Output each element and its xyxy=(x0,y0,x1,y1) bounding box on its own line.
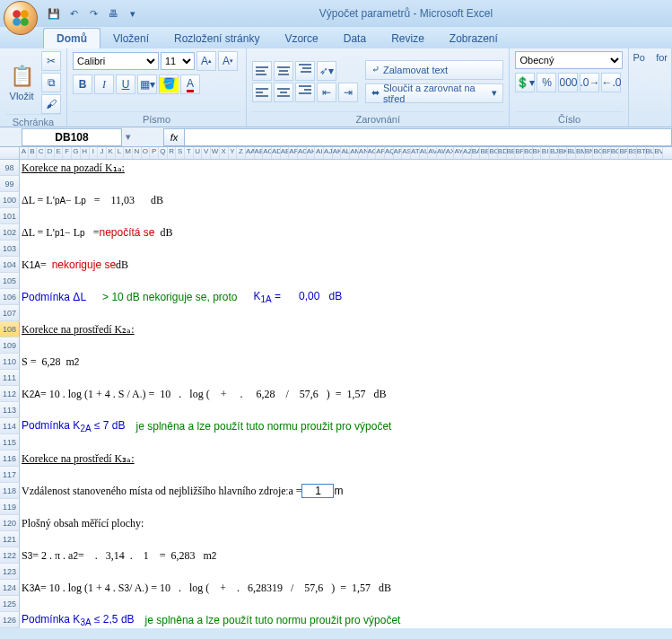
grow-font-button[interactable]: A▴ xyxy=(196,51,216,71)
tab-zobrazení[interactable]: Zobrazení xyxy=(437,29,511,48)
row-content[interactable] xyxy=(20,499,672,515)
redo-icon[interactable]: ↷ xyxy=(86,6,100,21)
col-header[interactable]: AE xyxy=(281,147,290,159)
font-name-combo[interactable]: Calibri xyxy=(73,52,159,70)
row-header[interactable]: 115 xyxy=(0,434,20,451)
row-content[interactable]: Podmínka K3A ≤ 2,5 dB je splněna a lze p… xyxy=(20,612,672,628)
col-header[interactable]: X xyxy=(220,147,229,159)
col-header[interactable]: O xyxy=(142,147,151,159)
align-left-button[interactable] xyxy=(252,83,272,102)
col-header[interactable]: AA xyxy=(246,147,255,159)
col-header[interactable]: AC xyxy=(263,147,272,159)
col-header[interactable]: Z xyxy=(237,147,246,159)
row-content[interactable] xyxy=(20,434,672,451)
col-header[interactable]: BI xyxy=(541,147,550,159)
col-header[interactable]: AN xyxy=(359,147,368,159)
row-content[interactable] xyxy=(20,402,672,418)
col-header[interactable]: AS xyxy=(402,147,411,159)
row-header[interactable]: 98 xyxy=(0,160,20,176)
col-header[interactable]: B xyxy=(29,147,38,159)
row-header[interactable]: 124 xyxy=(0,580,20,596)
underline-button[interactable]: U xyxy=(116,74,135,94)
col-header[interactable]: BM xyxy=(576,147,585,159)
row-content[interactable] xyxy=(20,467,672,483)
col-header[interactable]: W xyxy=(211,147,220,159)
col-header[interactable]: U xyxy=(194,147,203,159)
row-header[interactable]: 104 xyxy=(0,257,20,273)
col-header[interactable]: AH xyxy=(307,147,316,159)
increase-decimal-button[interactable]: .0→ xyxy=(580,73,599,92)
col-header[interactable]: H xyxy=(81,147,90,159)
align-top-button[interactable] xyxy=(252,61,272,81)
col-header[interactable]: AT xyxy=(411,147,420,159)
font-color-button[interactable]: A xyxy=(180,74,200,94)
col-header[interactable]: R xyxy=(168,147,177,159)
tab-vložení[interactable]: Vložení xyxy=(100,29,161,48)
row-content[interactable]: S3 = 2 . π . a2 = . 3,14 . 1 = 6,283 m2 xyxy=(20,547,672,564)
row-content[interactable] xyxy=(20,305,672,321)
tab-domů[interactable]: Domů xyxy=(43,28,100,48)
row-header[interactable]: 117 xyxy=(0,467,20,483)
col-header[interactable]: AW xyxy=(437,147,446,159)
row-content[interactable] xyxy=(20,208,672,224)
undo-icon[interactable]: ↶ xyxy=(66,6,81,21)
col-header[interactable]: D xyxy=(46,147,55,159)
col-header[interactable]: E xyxy=(55,147,64,159)
col-header[interactable]: AQ xyxy=(385,147,394,159)
tab-data[interactable]: Data xyxy=(331,29,379,48)
align-center-button[interactable] xyxy=(274,83,293,102)
col-header[interactable]: C xyxy=(37,147,46,159)
qat-dropdown-icon[interactable]: ▾ xyxy=(126,6,140,21)
row-header[interactable]: 121 xyxy=(0,531,20,547)
col-header[interactable]: Q xyxy=(159,147,168,159)
col-header[interactable]: I xyxy=(90,147,99,159)
distance-input[interactable] xyxy=(301,484,334,498)
col-header[interactable]: BR xyxy=(619,147,628,159)
col-header[interactable]: AM xyxy=(350,147,359,159)
col-header[interactable]: K xyxy=(107,147,116,159)
row-header[interactable]: 99 xyxy=(0,176,20,192)
row-content[interactable] xyxy=(20,176,672,192)
sheet[interactable]: 98Korekce na pozadí K₁ₐ:99100ΔL = L'pA −… xyxy=(0,160,672,628)
col-header[interactable]: T xyxy=(185,147,194,159)
row-header[interactable]: 126 xyxy=(0,612,20,628)
col-header[interactable]: BE xyxy=(507,147,516,159)
row-content[interactable] xyxy=(20,273,672,289)
decrease-decimal-button[interactable]: ←.0 xyxy=(601,73,621,92)
col-header[interactable]: L xyxy=(116,147,125,159)
col-header[interactable]: AI xyxy=(315,147,324,159)
row-header[interactable]: 106 xyxy=(0,289,20,305)
row-header[interactable]: 107 xyxy=(0,305,20,321)
fx-button[interactable]: fx xyxy=(163,128,185,146)
col-header[interactable]: AY xyxy=(454,147,463,159)
shrink-font-button[interactable]: A▾ xyxy=(218,51,238,71)
col-header[interactable]: N xyxy=(133,147,142,159)
name-box[interactable] xyxy=(22,128,122,146)
col-header[interactable]: BJ xyxy=(550,147,559,159)
row-header[interactable]: 112 xyxy=(0,386,20,402)
row-header[interactable]: 116 xyxy=(0,451,20,467)
merge-center-button[interactable]: ⬌Sloučit a zarovnat na střed ▾ xyxy=(365,83,503,103)
col-header[interactable]: AJ xyxy=(324,147,333,159)
col-header[interactable]: AD xyxy=(272,147,281,159)
number-format-combo[interactable]: Obecný xyxy=(515,51,623,69)
italic-button[interactable]: I xyxy=(94,74,114,94)
row-content[interactable]: Vzdálenost stanoveného místa od nejbližš… xyxy=(20,483,672,499)
col-header[interactable]: G xyxy=(72,147,81,159)
formula-input[interactable] xyxy=(185,128,672,146)
row-content[interactable] xyxy=(20,337,672,354)
row-content[interactable]: Podmínka K2A ≤ 7 dB je splněna a lze pou… xyxy=(20,418,672,434)
namebox-dropdown-icon[interactable]: ▾ xyxy=(126,131,131,143)
col-header[interactable]: AU xyxy=(420,147,429,159)
row-header[interactable]: 109 xyxy=(0,337,20,354)
row-header[interactable]: 111 xyxy=(0,370,20,386)
col-header[interactable]: AF xyxy=(289,147,298,159)
increase-indent-button[interactable]: ⇥ xyxy=(338,83,358,102)
col-header[interactable]: BH xyxy=(533,147,542,159)
office-button[interactable] xyxy=(4,1,38,35)
row-header[interactable]: 110 xyxy=(0,354,20,370)
col-header[interactable]: AB xyxy=(255,147,264,159)
row-content[interactable]: Korekce na prostředí K₂ₐ: xyxy=(20,321,672,337)
font-size-combo[interactable]: 11 xyxy=(161,52,195,70)
row-content[interactable]: K2A = 10 . log (1 + 4 . S / A.) = 10 . l… xyxy=(20,386,672,402)
